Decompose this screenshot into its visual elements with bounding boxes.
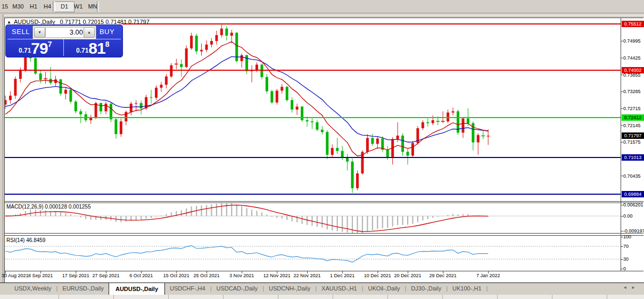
buy-price-prefix: 0.71 — [76, 47, 88, 54]
date-tick-label: 29 Dec 2021 — [430, 273, 457, 278]
macd-tick-label: 0.00 — [623, 213, 633, 219]
tab-scroll-arrows: ◄► — [623, 285, 640, 290]
symbol-tab-usdchf[interactable]: USDCHF-,H4 — [165, 283, 210, 295]
up-arrow-icon: ▲ — [87, 30, 91, 34]
date-tick-label: 27 Sep 2021 — [92, 273, 119, 278]
window-frame-line — [3, 14, 3, 299]
sell-button[interactable]: SELL — [6, 25, 36, 38]
date-tick-label: 25 Oct 2021 — [193, 273, 219, 278]
price-level-badge: 0.75512 — [622, 21, 644, 27]
date-tick-label: 1 Dec 2021 — [330, 273, 354, 278]
sell-price-sup: 7 — [48, 40, 52, 48]
tab-scroll-left-icon[interactable]: ◄ — [623, 285, 631, 290]
status-strip-divider — [333, 295, 333, 299]
date-tick-label: 3 Nov 2021 — [229, 273, 254, 278]
one-click-trading-panel: SELL BUY ▼ 3.00 ▲ 0.71797 0.71818 — [5, 24, 123, 57]
symbol-tab-usdcad[interactable]: USDCAD-,Daily — [212, 283, 263, 295]
status-strip-divider — [113, 295, 114, 299]
price-level-badge: 0.74002 — [622, 67, 644, 73]
status-strip-divider — [552, 295, 552, 299]
date-tick-label: 15 Oct 2021 — [163, 273, 189, 278]
toolbar-divider — [97, 1, 99, 12]
date-tick-label: 20 Dec 2021 — [394, 273, 421, 278]
timeframe-toolbar: 15M30H1H4D1W1MN — [0, 0, 644, 13]
symbol-tab-xauusd[interactable]: XAUUSD-,H1 — [317, 283, 362, 295]
price-tick-label: 0.73285 — [623, 89, 641, 94]
status-strip-divider — [442, 295, 443, 299]
sell-price-prefix: 0.71 — [19, 47, 31, 54]
macd-indicator-label: MACD(12,26,9) 0.000128 0.001255 — [6, 204, 90, 210]
date-tick-label: 10 Dec 2021 — [364, 273, 391, 278]
date-tick-label: 12 Nov 2021 — [263, 273, 291, 278]
date-tick-label: 8 Sep 2021 — [28, 273, 53, 278]
timeframe-button-mn[interactable]: MN — [83, 2, 102, 11]
tab-scroll-right-icon[interactable]: ► — [631, 285, 640, 290]
toolbar-divider — [53, 1, 55, 12]
price-level-badge: 0.72412 — [622, 114, 644, 121]
macd-tick-label: 0.006201 — [623, 202, 643, 207]
symbol-tab-eurusd[interactable]: EURUSD-,Daily — [57, 283, 109, 295]
window-left-frame — [0, 14, 4, 299]
buy-price-button[interactable]: 0.71818 — [76, 39, 110, 56]
date-tick-label: 22 Nov 2021 — [293, 273, 320, 278]
price-tick-label: 0.74995 — [623, 38, 641, 44]
status-strip-divider — [223, 295, 224, 299]
symbol-tab-audusd[interactable]: AUDUSD-,Daily — [109, 283, 165, 295]
price-level-badge: 0.71013 — [622, 154, 644, 161]
volume-increase-button[interactable]: ▲ — [84, 27, 95, 38]
toolbar-divider — [0, 13, 644, 15]
rsi-indicator-label: RSI(14) 46.8459 — [6, 237, 45, 243]
sell-price-button[interactable]: 0.71797 — [19, 39, 52, 56]
symbol-tab-dj30[interactable]: DJ30-,Daily — [406, 283, 446, 295]
buy-price-big: 81 — [88, 39, 105, 57]
macd-tick-label: -0.009197 — [623, 228, 644, 234]
subwindow-arrow-icon[interactable]: ▲ — [7, 20, 11, 24]
symbol-tab-uk100[interactable]: UK100-,H1 — [448, 283, 486, 295]
down-arrow-icon: ▼ — [38, 30, 42, 34]
date-tick-label: 6 Oct 2021 — [129, 273, 153, 278]
volume-spinner: ▼ 3.00 ▲ — [32, 26, 96, 39]
status-strip-divider — [59, 295, 59, 299]
price-tick-label: 0.74425 — [623, 55, 641, 61]
price-level-badge: 0.71797 — [622, 132, 644, 139]
rsi-tick-label: 70 — [623, 244, 629, 249]
symbol-tab-bar: USDX,Weekly|EURUSD-,DailyAUDUSD-,DailyUS… — [0, 283, 644, 295]
volume-decrease-button[interactable]: ▼ — [34, 27, 45, 38]
status-strip-divider — [607, 295, 607, 299]
date-tick-label: 17 Sep 2021 — [62, 273, 89, 278]
date-tick-label: 30 Aug 2021 — [2, 273, 29, 278]
bottom-status-strip — [0, 295, 644, 299]
status-strip-divider — [168, 295, 169, 299]
symbol-tab-usdcnh[interactable]: USDCNH-,Daily — [264, 283, 315, 295]
price-tick-label: 0.70435 — [623, 173, 641, 179]
price-tick-label: 0.72145 — [623, 123, 641, 128]
price-tick-label: 0.71575 — [623, 139, 641, 145]
tab-separator: | — [486, 283, 488, 295]
buy-price-sup: 8 — [105, 40, 110, 48]
status-strip-divider — [497, 295, 498, 299]
price-level-badge: 0.69884 — [622, 191, 644, 197]
symbol-tab-ukoil[interactable]: UKOil-,Daily — [364, 283, 405, 295]
date-tick-label: 7 Jan 2022 — [476, 273, 500, 278]
status-strip-divider — [278, 295, 278, 299]
symbol-tab-usdx[interactable]: USDX,Weekly — [10, 283, 56, 295]
rsi-tick-label: 30 — [623, 256, 629, 262]
volume-input[interactable]: 3.00 — [45, 27, 85, 38]
rsi-tick-label: 0 — [623, 266, 626, 271]
sell-price-big: 79 — [31, 39, 47, 57]
panel-divider — [63, 39, 64, 56]
price-tick-label: 0.72715 — [623, 106, 641, 111]
status-strip-divider — [387, 295, 388, 299]
rsi-tick-label: 100 — [623, 234, 631, 239]
